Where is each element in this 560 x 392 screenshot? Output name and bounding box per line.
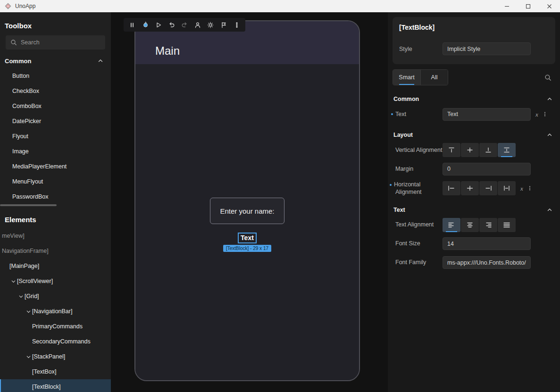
properties-panel: [TextBlock] Style Smart All — [388, 12, 560, 392]
horizontal-align-left-button[interactable] — [443, 181, 460, 195]
style-input[interactable] — [443, 42, 531, 55]
vertical-align-center-button[interactable] — [461, 143, 479, 157]
section-layout-label: Layout — [393, 132, 413, 138]
text-property-input[interactable] — [443, 108, 531, 121]
hot-reload-flame-icon[interactable] — [140, 19, 151, 31]
margin-input[interactable] — [443, 163, 531, 175]
maximize-button[interactable] — [518, 0, 539, 12]
toolbox-list: Button CheckBox ComboBox DatePicker Flyo… — [0, 68, 111, 204]
properties-search-icon[interactable] — [544, 74, 552, 81]
chevron-up-icon — [547, 96, 552, 102]
flag-icon[interactable] — [218, 19, 230, 31]
elements-tree: meView] NavigationFrame] [MainPage] — [0, 228, 111, 392]
toolbox-search-input[interactable] — [21, 39, 100, 46]
toolbox-item-label: CheckBox — [12, 88, 39, 94]
chevron-down-icon[interactable] — [9, 279, 17, 284]
tree-item-label: [NavigationBar] — [32, 308, 72, 315]
chevron-down-icon[interactable] — [25, 309, 32, 314]
tree-item-label: meView] — [2, 233, 25, 239]
horizontal-align-center-button[interactable] — [461, 181, 479, 195]
modified-indicator — [391, 113, 393, 115]
app-logo-icon — [5, 3, 11, 9]
chevron-up-icon — [98, 58, 103, 64]
property-more-icon[interactable] — [542, 111, 548, 117]
text-align-justify-button[interactable] — [498, 218, 516, 232]
toolbox-search[interactable] — [6, 35, 105, 50]
tree-item[interactable]: [TextBlock] — [0, 379, 111, 392]
binding-icon[interactable] — [520, 184, 523, 192]
page-title: Main — [155, 44, 180, 58]
toolbox-item[interactable]: ComboBox — [0, 99, 111, 114]
tree-item[interactable]: [TextBox] — [0, 364, 111, 379]
font-family-input[interactable] — [443, 256, 531, 269]
properties-tab[interactable]: Smart — [393, 70, 420, 85]
redo-icon[interactable] — [179, 19, 191, 31]
play-icon[interactable] — [152, 19, 164, 31]
toolbox-item-label: MenuFlyout — [12, 178, 43, 185]
toolbox-item[interactable]: Button — [0, 68, 111, 83]
close-button[interactable] — [539, 0, 560, 12]
toolbox-item[interactable]: Image — [0, 144, 111, 159]
horizontal-align-stretch-button[interactable] — [498, 181, 516, 195]
binding-icon[interactable] — [535, 110, 538, 118]
tree-item-label: [TextBox] — [32, 368, 56, 375]
text-align-left-button[interactable] — [443, 218, 460, 232]
undo-icon[interactable] — [166, 19, 177, 31]
vertical-align-stretch-button[interactable] — [498, 143, 516, 157]
properties-tabs-row: Smart All — [393, 69, 552, 85]
chevron-down-icon[interactable] — [25, 354, 32, 359]
toolbox-item[interactable]: Flyout — [0, 129, 111, 144]
tree-item[interactable]: [MainPage] — [0, 259, 111, 274]
pause-icon[interactable] — [126, 19, 138, 31]
toolbox-title: Toolbox — [0, 12, 111, 34]
font-family-label: Font Family — [395, 259, 443, 266]
toolbox-item-label: MediaPlayerElement — [12, 163, 67, 170]
tree-item-label: NavigationFrame] — [2, 248, 49, 254]
chevron-down-icon[interactable] — [17, 294, 25, 299]
properties-tab[interactable]: All — [420, 70, 448, 85]
more-icon[interactable] — [231, 19, 242, 31]
tab-label: All — [431, 74, 438, 81]
toolbox-panel: Toolbox Common Button — [0, 12, 111, 392]
horizontal-alignment-row: Horizontal Alignment — [388, 181, 560, 196]
text-property-label: Text — [395, 110, 406, 118]
horizontal-align-right-button[interactable] — [479, 181, 497, 195]
font-size-input[interactable] — [443, 237, 531, 250]
section-common[interactable]: Common — [388, 96, 560, 102]
tree-item[interactable]: [NavigationBar] — [0, 304, 111, 319]
toolbox-item[interactable]: CheckBox — [0, 83, 111, 99]
minimize-button[interactable] — [496, 0, 518, 12]
vertical-align-top-button[interactable] — [443, 143, 460, 157]
modified-indicator — [390, 184, 392, 186]
tree-item[interactable]: NavigationFrame] — [0, 243, 111, 259]
user-inspect-icon[interactable] — [192, 19, 203, 31]
text-align-right-button[interactable] — [479, 218, 497, 232]
theme-icon[interactable] — [205, 19, 217, 31]
toolbox-item[interactable]: MediaPlayerElement — [0, 159, 111, 174]
toolbox-item-label: DatePicker — [12, 118, 41, 125]
toolbox-item[interactable]: PasswordBox — [0, 189, 111, 204]
phone-content[interactable]: Enter your name: Text [TextBlock] - 29 x… — [135, 64, 359, 380]
section-common-label: Common — [393, 96, 419, 102]
text-align-center-button[interactable] — [461, 218, 479, 232]
vertical-align-bottom-button[interactable] — [479, 143, 497, 157]
canvas-textblock-selected[interactable]: Text — [238, 233, 257, 243]
elements-title: Elements — [0, 206, 111, 228]
property-more-icon[interactable] — [527, 185, 533, 191]
tree-item[interactable]: [StackPanel] — [0, 349, 111, 364]
section-text[interactable]: Text — [388, 207, 560, 213]
toolbox-section-common[interactable]: Common — [0, 53, 111, 68]
vertical-alignment-row: Vertical Alignment — [388, 143, 560, 157]
tree-item[interactable]: meView] — [0, 228, 111, 243]
tree-item[interactable]: SecondaryCommands — [0, 334, 111, 349]
tree-item[interactable]: PrimaryCommands — [0, 319, 111, 334]
canvas-textbox[interactable]: Enter your name: — [210, 198, 284, 224]
tab-label: Smart — [399, 74, 414, 81]
tree-item[interactable]: [Grid] — [0, 289, 111, 304]
stack-panel: Enter your name: Text [TextBlock] - 29 x… — [210, 198, 284, 252]
tree-item-label: [StackPanel] — [32, 353, 65, 360]
toolbox-item[interactable]: MenuFlyout — [0, 174, 111, 189]
toolbox-item[interactable]: DatePicker — [0, 114, 111, 129]
tree-item[interactable]: [ScrollViewer] — [0, 274, 111, 289]
section-layout[interactable]: Layout — [388, 132, 560, 138]
